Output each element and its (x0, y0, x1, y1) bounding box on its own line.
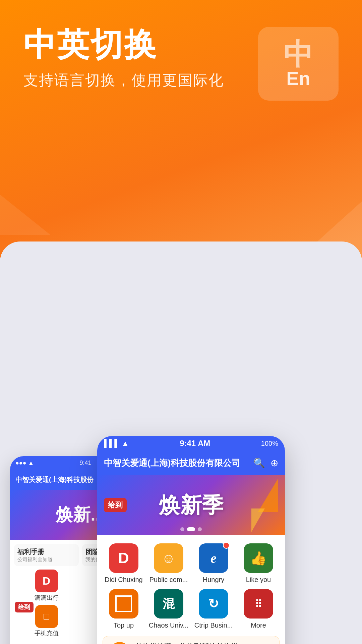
chinese-char: 中 (284, 40, 313, 69)
chaos-univ-label: Chaos Univ... (149, 621, 189, 629)
banner-deco2 (251, 508, 265, 532)
app-header-icons: 🔍 ⊕ (253, 458, 278, 469)
banner-badge-text: 给到 (108, 501, 123, 509)
bg-fuli-sub: 公司福利全知道 (17, 556, 75, 563)
hungry-icon: e (199, 543, 228, 573)
banner-dots (180, 527, 202, 531)
ctrip-biz-label: Ctrip Busin... (194, 621, 233, 629)
battery-display: 100% (261, 440, 278, 447)
app-header: 中智关爱通(上海)科技股份有限公司 🔍 ⊕ (97, 451, 285, 475)
like-you-label: Like you (246, 576, 271, 584)
bg-signal-icon: ●●● ▲ (15, 460, 34, 467)
hungry-notification-dot (223, 542, 230, 549)
public-com-label: Public com... (149, 576, 188, 584)
bg-didi-icon: D (35, 570, 58, 592)
banner-dot-2-active (187, 527, 195, 531)
time-display: 9:41 AM (180, 439, 210, 448)
topup-item[interactable]: Top up (103, 589, 145, 629)
public-glyph: ☺ (162, 551, 176, 566)
didi-chuxing-item[interactable]: D Didi Chuxing (103, 543, 145, 584)
banner-main-text: 焕新季 (159, 491, 223, 520)
add-circle-icon[interactable]: ⊕ (270, 458, 278, 469)
language-icon: 中 En (258, 27, 339, 101)
more-item[interactable]: ⠿ More (237, 589, 280, 629)
notification-text: 兑换券管理：您收到新的兑换券 生日汇：近期有同事过生日！ (135, 642, 257, 644)
public-com-icon: ☺ (154, 543, 183, 573)
banner-badge: 给到 (104, 498, 127, 512)
topup-label: Top up (114, 621, 134, 629)
chaos-univ-item[interactable]: 混 Chaos Univ... (147, 589, 190, 629)
hungry-item[interactable]: e Hungry (192, 543, 235, 584)
bg-topup-icon: □ (35, 605, 58, 628)
public-com-item[interactable]: ☺ Public com... (147, 543, 190, 584)
notification-line1: 兑换券管理：您收到新的兑换券 (135, 642, 257, 644)
search-icon[interactable]: 🔍 (253, 458, 265, 469)
like-you-item[interactable]: 👍 Like you (237, 543, 280, 584)
topup-icon (109, 589, 138, 619)
bg-topup-label: 手机充值 (35, 629, 59, 637)
notification-card[interactable]: 🎫 兑换券管理：您收到新的兑换券 生日汇：近期有同事过生日！ 2 (103, 636, 280, 644)
hungry-label: Hungry (203, 576, 224, 584)
ctrip-glyph: ↻ (208, 596, 219, 611)
like-you-icon: 👍 (244, 543, 273, 573)
banner-deco1 (258, 478, 278, 512)
bg-banner-text: 焕 (56, 503, 73, 527)
wifi-icon: ▲ (122, 439, 129, 448)
didi-glyph: D (118, 550, 129, 567)
like-glyph: 👍 (250, 550, 267, 566)
bg-app-title: 中智关爱通(上海)科技股份 (15, 475, 94, 484)
topup-glyph (115, 595, 132, 612)
english-char: En (286, 69, 310, 88)
more-label: More (251, 621, 266, 629)
ctrip-biz-item[interactable]: ↻ Ctrip Busin... (192, 589, 235, 629)
bg-didi-item: D 滴滴出行 (14, 570, 79, 602)
more-glyph: ⠿ (255, 598, 262, 610)
app-icons-grid: D Didi Chuxing ☺ Public com... e (97, 535, 285, 633)
chaos-univ-icon: 混 (154, 589, 183, 619)
bg-fuli-title: 福利手册 (17, 547, 75, 556)
hero-section: 中英切换 支持语言切换，使用更国际化 中 En (0, 0, 362, 262)
banner-dot-1 (180, 527, 184, 531)
bg-time: 9:41 (79, 460, 91, 467)
signal-bars-icon: ▌▌▌ (104, 439, 120, 448)
banner-dot-3 (198, 527, 202, 531)
bg-didi-label: 滴滴出行 (35, 594, 59, 602)
status-bar: ▌▌▌ ▲ 9:41 AM 100% (97, 436, 285, 451)
main-banner[interactable]: 给到 焕新季 (97, 475, 285, 535)
more-icon: ⠿ (244, 589, 273, 619)
chaos-glyph: 混 (163, 596, 175, 612)
phone-main: ▌▌▌ ▲ 9:41 AM 100% 中智关爱通(上海)科技股份有限公司 🔍 ⊕ (97, 436, 285, 644)
bg-banner-badge: 给到 (15, 602, 34, 612)
didi-chuxing-icon: D (109, 543, 138, 573)
hungry-glyph: e (210, 550, 217, 566)
notification-card-icon: 🎫 (110, 642, 130, 644)
app-header-title: 中智关爱通(上海)科技股份有限公司 (104, 457, 249, 469)
didi-label: Didi Chuxing (105, 576, 142, 584)
ctrip-biz-icon: ↻ (199, 589, 228, 619)
bg-menu-fuli: 福利手册 公司福利全知道 (14, 544, 79, 566)
signal-area: ▌▌▌ ▲ (104, 439, 129, 448)
phones-container: ●●● ▲ 9:41 ▐▌ 中智关爱通(上海)科技股份 给到 焕 新... (0, 436, 362, 644)
